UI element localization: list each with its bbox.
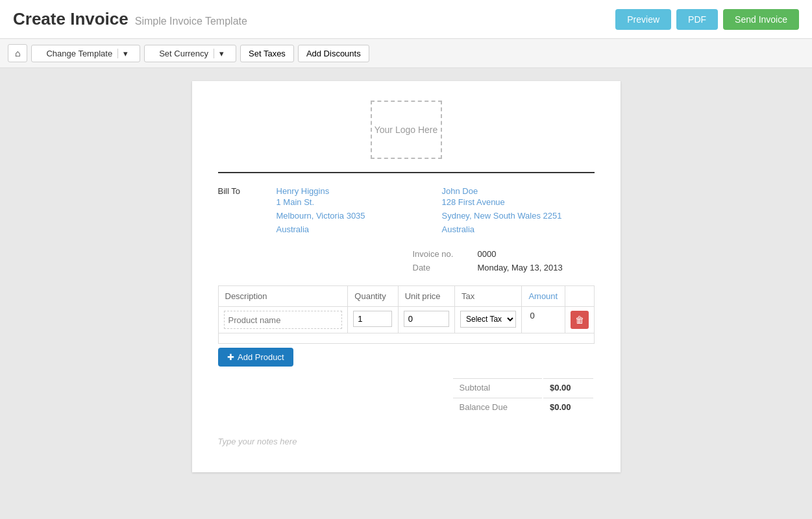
tax-select[interactable]: Select Tax	[460, 311, 516, 328]
add-discounts-button[interactable]: Add Discounts	[298, 45, 369, 62]
change-template-label[interactable]: Change Template	[38, 49, 118, 58]
unit-price-header: Unit price	[398, 286, 454, 307]
description-cell	[218, 307, 348, 333]
home-button[interactable]: ⌂	[8, 44, 27, 62]
product-name-input[interactable]	[224, 311, 343, 329]
table-row: Select Tax 0 🗑	[218, 307, 594, 333]
bill-to-right: John Doe 128 First Avenue Sydney, New So…	[442, 186, 595, 236]
subtotal-value: $0.00	[543, 378, 593, 396]
set-currency-label[interactable]: Set Currency	[151, 49, 214, 58]
invoice-paper: Your Logo Here Bill To Henry Higgins 1 M…	[192, 81, 621, 472]
add-product-cell: ✚ Add Product	[218, 344, 594, 371]
preview-button[interactable]: Preview	[615, 9, 671, 30]
table-header-row: Description Quantity Unit price Tax Amou…	[218, 286, 594, 307]
add-product-button[interactable]: ✚ Add Product	[218, 348, 293, 367]
from-line2: Melbourn, Victoria 3035	[277, 210, 429, 223]
set-taxes-button[interactable]: Set Taxes	[240, 45, 294, 62]
invoice-table: Description Quantity Unit price Tax Amou…	[218, 285, 595, 370]
to-line1: 128 First Avenue	[442, 196, 595, 210]
tax-cell: Select Tax	[454, 307, 521, 333]
header-buttons: Preview PDF Send Invoice	[615, 9, 799, 30]
balance-due-label: Balance Due	[453, 398, 543, 416]
invoice-no-label: Invoice no.	[413, 249, 471, 259]
amount-header: Amount	[522, 286, 565, 307]
totals-section: Subtotal $0.00 Balance Due $0.00	[218, 377, 595, 417]
date-label: Date	[413, 263, 471, 272]
change-template-button[interactable]: Change Template ▾	[31, 45, 140, 62]
home-icon: ⌂	[15, 48, 20, 58]
pdf-button[interactable]: PDF	[676, 9, 718, 30]
delete-cell: 🗑	[565, 307, 594, 333]
subtotal-label: Subtotal	[453, 378, 543, 396]
unit-price-input[interactable]	[404, 311, 449, 327]
quantity-header: Quantity	[348, 286, 398, 307]
tax-select-wrap: Select Tax	[460, 311, 516, 328]
to-name: John Doe	[442, 186, 595, 196]
to-line3: Australia	[442, 223, 595, 237]
subtotal-row: Subtotal $0.00	[453, 378, 593, 396]
from-line3: Australia	[277, 223, 429, 237]
invoice-meta: Invoice no. 0000 Date Monday, May 13, 20…	[413, 249, 595, 272]
top-header: Create Invoice Simple Invoice Template P…	[0, 0, 812, 39]
quantity-input[interactable]	[353, 311, 392, 327]
notes-area[interactable]: Type your notes here	[218, 437, 595, 446]
trash-icon: 🗑	[575, 315, 584, 325]
balance-row: Balance Due $0.00	[453, 398, 593, 416]
description-header: Description	[218, 286, 348, 307]
add-product-label: Add Product	[238, 352, 284, 362]
invoice-no-row: Invoice no. 0000	[413, 249, 595, 259]
quantity-cell	[348, 307, 398, 333]
bill-from: Henry Higgins 1 Main St. Melbourn, Victo…	[277, 186, 429, 236]
add-product-row: ✚ Add Product	[218, 344, 594, 371]
delete-row-button[interactable]: 🗑	[571, 311, 589, 329]
balance-due-value: $0.00	[543, 398, 593, 416]
date-value: Monday, May 13, 2013	[478, 263, 563, 272]
product-row-extra	[218, 333, 594, 344]
page-subtitle: Simple Invoice Template	[135, 16, 247, 27]
amount-value: 0	[527, 308, 537, 323]
title-area: Create Invoice Simple Invoice Template	[13, 9, 247, 29]
invoice-no-value: 0000	[478, 249, 497, 259]
from-line1: 1 Main St.	[277, 196, 429, 210]
amount-cell: 0	[522, 307, 565, 333]
bill-to-label: Bill To	[218, 186, 264, 236]
invoice-divider	[218, 172, 595, 173]
logo-area: Your Logo Here	[218, 101, 595, 159]
from-name: Henry Higgins	[277, 186, 429, 196]
bill-section: Bill To Henry Higgins 1 Main St. Melbour…	[218, 186, 595, 236]
plus-icon: ✚	[227, 352, 234, 362]
page-title: Create Invoice	[13, 9, 129, 29]
unit-price-cell	[398, 307, 454, 333]
main-area: Your Logo Here Bill To Henry Higgins 1 M…	[0, 68, 812, 485]
set-currency-button[interactable]: Set Currency ▾	[144, 45, 236, 62]
tax-header: Tax	[454, 286, 521, 307]
totals-table: Subtotal $0.00 Balance Due $0.00	[452, 377, 595, 417]
change-template-arrow[interactable]: ▾	[118, 49, 133, 58]
send-invoice-button[interactable]: Send Invoice	[723, 9, 799, 30]
logo-placeholder[interactable]: Your Logo Here	[371, 101, 442, 159]
to-line2: Sydney, New South Wales 2251	[442, 210, 595, 223]
set-currency-arrow[interactable]: ▾	[214, 49, 229, 58]
action-header	[565, 286, 594, 307]
toolbar: ⌂ Change Template ▾ Set Currency ▾ Set T…	[0, 39, 812, 68]
date-row: Date Monday, May 13, 2013	[413, 263, 595, 272]
